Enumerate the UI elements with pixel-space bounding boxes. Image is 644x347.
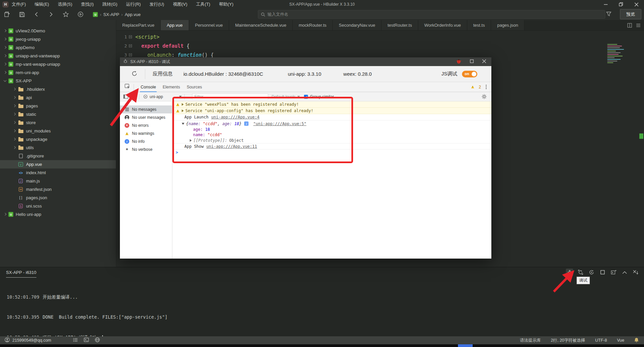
- tab-list-icon[interactable]: [636, 23, 641, 27]
- close-button[interactable]: [629, 0, 644, 9]
- console-filter-input[interactable]: [192, 93, 268, 100]
- terminal-icon[interactable]: [84, 338, 89, 343]
- encoding-status[interactable]: UTF-8: [595, 338, 607, 343]
- chevron-down-icon[interactable]: [3, 79, 7, 83]
- debug-window-titlebar[interactable]: SX-APP - i6310 - 调试: [120, 57, 491, 66]
- context-selector[interactable]: uni-app: [143, 94, 163, 99]
- chevron-right-icon[interactable]: [12, 137, 17, 142]
- tree-item-file[interactable]: uni.scss: [0, 202, 116, 210]
- source-link[interactable]: uni-app:///App.vue:11: [206, 144, 257, 149]
- split-editor-icon[interactable]: [627, 23, 632, 28]
- menu-tools[interactable]: 工具(T): [196, 1, 210, 7]
- tab-console[interactable]: Console: [137, 82, 159, 92]
- stop-button[interactable]: [599, 269, 606, 276]
- language-mode[interactable]: Vue: [617, 338, 624, 343]
- console-log-row[interactable]: App Showuni-app:///App.vue:11: [172, 143, 491, 149]
- fold-marker-icon[interactable]: [129, 44, 132, 47]
- chevron-right-icon[interactable]: [3, 37, 7, 42]
- new-console-button[interactable]: [610, 269, 617, 276]
- tree-item-file-selected[interactable]: App.vue: [0, 160, 116, 168]
- source-link[interactable]: uni-app:///App.vue:4: [211, 115, 260, 119]
- restore-button[interactable]: [613, 0, 629, 9]
- preview-button[interactable]: 预览: [620, 9, 641, 19]
- tree-item-project[interactable]: SX-APP: [0, 77, 116, 85]
- editor-tab-active[interactable]: App.vue: [161, 20, 189, 30]
- tree-item-file[interactable]: index.html: [0, 168, 116, 177]
- forward-icon[interactable]: [47, 11, 55, 18]
- debug-maximize-button[interactable]: [470, 59, 474, 64]
- console-settings-gear-icon[interactable]: [482, 94, 491, 99]
- debug-close-button[interactable]: [482, 59, 486, 64]
- console-tab[interactable]: SX-APP - i6310: [6, 270, 36, 278]
- expand-arrow-icon[interactable]: [190, 139, 192, 142]
- notification-bell-icon[interactable]: [634, 338, 639, 343]
- clear-console-button[interactable]: [632, 269, 639, 276]
- inspect-element-icon[interactable]: [125, 84, 130, 90]
- chevron-right-icon[interactable]: [12, 145, 17, 150]
- tree-item-folder[interactable]: utils: [0, 143, 116, 152]
- editor-tab[interactable]: Personnel.vue: [189, 20, 229, 30]
- file-search-box[interactable]: [258, 10, 605, 19]
- minimize-button[interactable]: [598, 0, 613, 9]
- filter-errors[interactable]: No errors: [120, 121, 172, 129]
- filter-warnings[interactable]: No warnings: [120, 129, 172, 137]
- editor-tab[interactable]: MaintenanceSchedule.vue: [229, 20, 293, 30]
- tree-item-folder[interactable]: .hbuilderx: [0, 85, 116, 93]
- source-link[interactable]: "uni-app:///App.vue:5": [253, 121, 306, 126]
- debug-button[interactable]: [566, 269, 573, 276]
- fold-marker-icon[interactable]: [129, 35, 132, 38]
- console-sidebar-icon[interactable]: [123, 94, 128, 99]
- web-icon[interactable]: [95, 337, 100, 343]
- tree-item-folder[interactable]: static: [0, 110, 116, 118]
- editor-tab[interactable]: SecondaryNav.vue: [333, 20, 381, 30]
- console-warning-row[interactable]: Service "uni-app-config" has been regist…: [172, 108, 491, 114]
- fold-marker-icon[interactable]: [129, 53, 132, 56]
- menu-edit[interactable]: 编辑(E): [35, 1, 49, 7]
- devtools-menu-icon[interactable]: [486, 85, 487, 89]
- filter-user-messages[interactable]: No user messages: [120, 113, 172, 121]
- tree-item-project[interactable]: Hello uni-app: [0, 210, 116, 219]
- console-warning-row[interactable]: Service "weexPlus" has been registered a…: [172, 101, 491, 108]
- filter-funnel-icon[interactable]: [606, 11, 611, 18]
- checkbox-checked-icon[interactable]: [304, 95, 308, 99]
- chevron-right-icon[interactable]: [12, 112, 17, 117]
- console-object-row[interactable]: { name: "ccdd" , age: 18 } "uni-app:///A…: [172, 120, 491, 127]
- filter-info[interactable]: No info: [120, 137, 172, 145]
- chevron-right-icon[interactable]: [12, 120, 17, 125]
- info-badge-icon[interactable]: [244, 121, 249, 126]
- editor-tab[interactable]: ReplacePart.vue: [116, 20, 161, 30]
- chevron-right-icon[interactable]: [3, 29, 7, 33]
- save-icon[interactable]: [18, 11, 25, 18]
- run-icon[interactable]: [77, 11, 84, 18]
- tree-item-folder[interactable]: api: [0, 93, 116, 102]
- back-icon[interactable]: [33, 11, 40, 18]
- expand-arrow-icon[interactable]: [182, 109, 184, 112]
- refresh-app-icon[interactable]: [131, 70, 138, 78]
- filter-verbose[interactable]: No verbose: [120, 145, 172, 153]
- clear-console-icon[interactable]: [132, 94, 136, 99]
- menu-run[interactable]: 运行(R): [126, 1, 141, 7]
- tree-item-project[interactable]: rem-uni-app: [0, 68, 116, 77]
- editor-tab[interactable]: WorkOrderInfo.vue: [418, 20, 467, 30]
- console-prompt-row[interactable]: >: [172, 149, 491, 155]
- console-log-row[interactable]: App Launchuni-app:///App.vue:4: [172, 114, 491, 120]
- bookmark-star-icon[interactable]: [62, 11, 69, 18]
- tree-item-folder[interactable]: unpackage: [0, 135, 116, 143]
- js-debug-toggle[interactable]: on: [462, 71, 477, 77]
- tree-item-file[interactable]: main.js: [0, 177, 116, 185]
- editor-tab[interactable]: pages.json: [491, 20, 524, 30]
- chevron-right-icon[interactable]: [12, 104, 17, 108]
- selection-info[interactable]: 2行, 20字符被选择: [551, 338, 585, 343]
- new-file-icon[interactable]: [3, 11, 11, 18]
- editor-tab[interactable]: testRouter.ts: [381, 20, 418, 30]
- editor-tab[interactable]: test.ts: [467, 20, 491, 30]
- tree-item-file[interactable]: manifest.json: [0, 185, 116, 194]
- menu-publish[interactable]: 发行(U): [149, 1, 164, 7]
- chevron-right-icon[interactable]: [3, 54, 7, 58]
- warning-count-badge[interactable]: 2: [471, 85, 481, 89]
- chevron-right-icon[interactable]: [3, 62, 7, 67]
- task-list-icon[interactable]: [73, 338, 78, 343]
- tree-item-project[interactable]: appDemo: [0, 43, 116, 52]
- tree-item-file[interactable]: pages.json: [0, 194, 116, 202]
- account-email[interactable]: 215990549@qq.com: [12, 338, 51, 343]
